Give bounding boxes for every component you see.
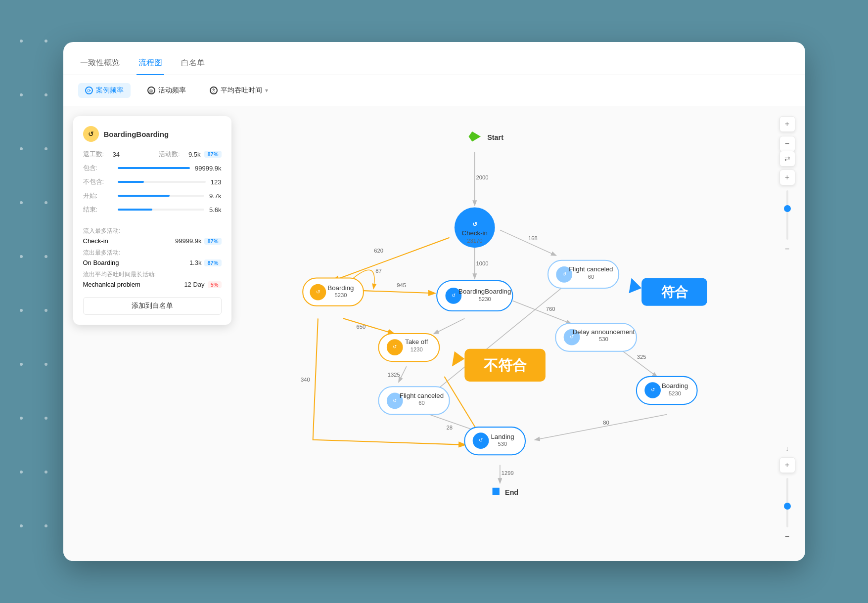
svg-text:Check-in: Check-in [461,229,487,237]
svg-text:28: 28 [446,425,453,431]
panel-icon: ↺ [83,126,99,142]
svg-text:Flight canceled: Flight canceled [399,392,443,399]
panel-row-exclude: 不包含: 123 [83,177,222,186]
svg-text:760: 760 [546,306,555,312]
minus-button-top[interactable]: − [785,245,789,254]
swap-button[interactable]: ⇄ [779,151,795,167]
case-freq-button[interactable]: ⟳ 案例频率 [78,83,131,98]
svg-text:↺: ↺ [451,293,455,298]
zoom-controls: + − [779,116,795,152]
svg-text:87: 87 [375,268,382,274]
add-button-top[interactable]: + [779,170,795,185]
zoom-in-button[interactable]: + [779,116,795,132]
svg-text:Boarding: Boarding [327,284,354,292]
slider-thumb-top[interactable] [784,205,791,212]
panel-row-end: 结束: 5.6k [83,205,222,214]
slider-track-top [786,190,788,240]
svg-text:2000: 2000 [476,174,488,180]
svg-text:↺: ↺ [650,387,654,392]
svg-text:Landing: Landing [491,433,514,440]
svg-text:620: 620 [374,248,383,254]
start-label: Start [487,133,503,141]
panel-row-start: 开始: 9.7k [83,191,222,200]
bufu-arrow [452,351,464,367]
rework-badge: 87% [204,151,221,158]
fuhe-text: 符合 [661,285,688,300]
add-to-whitelist-button[interactable]: 添加到白名单 [83,297,222,315]
max-in-badge: 87% [204,238,221,245]
fuhe-arrow [629,278,641,294]
tabs-bar: 一致性概览 流程图 白名单 [63,42,805,75]
svg-text:↺: ↺ [393,398,397,403]
svg-text:↺: ↺ [393,344,397,349]
svg-text:1230: 1230 [410,346,422,352]
panel-header: ↺ BoardingBoarding [83,126,222,142]
flow-controls: ⇄ + − [779,151,795,254]
avg-badge: 5% [208,281,222,288]
panel-row-include: 包含: 99999.9k [83,164,222,172]
svg-text:530: 530 [498,441,507,447]
svg-text:5230: 5230 [669,390,681,396]
tab-whitelist[interactable]: 白名单 [179,52,207,75]
svg-text:↺: ↺ [479,437,483,443]
svg-text:530: 530 [599,336,608,342]
panel-row-rework: 返工数: 34 活动数: 9.5k 87% [83,150,222,159]
end-label: End [505,488,518,496]
include-progress [118,167,190,169]
main-card: 一致性概览 流程图 白名单 ⟳ 案例频率 ◎ 活动频率 ⏱ 平均吞吐时间 ▾ [63,42,805,561]
avg-label: 流出平均吞吐时间最长活动: [83,270,222,279]
activity-freq-icon: ◎ [147,86,155,94]
exclude-progress [118,181,206,183]
avg-row: Mechanical problem 12 Day 5% [83,281,222,288]
svg-text:Delay announcement: Delay announcement [572,328,635,336]
svg-text:340: 340 [300,377,310,383]
svg-text:5230: 5230 [334,292,347,298]
max-out-badge: 87% [204,259,221,266]
svg-text:Flight canceled: Flight canceled [569,265,613,273]
panel-title: BoardingBoarding [104,130,169,138]
svg-text:325: 325 [637,354,646,360]
zoom-out-button[interactable]: − [779,136,795,152]
svg-text:650: 650 [356,324,365,330]
avg-throughput-button[interactable]: ⏱ 平均吞吐时间 ▾ [203,83,275,98]
slider-thumb-bottom[interactable] [784,503,791,510]
minus-button-bottom[interactable]: − [785,532,789,541]
svg-text:5230: 5230 [478,296,491,302]
svg-text:1325: 1325 [387,372,400,378]
end-progress [118,209,204,211]
svg-text:80: 80 [603,420,609,426]
down-arrow-button[interactable]: ↓ [781,442,793,454]
slider-controls-bottom: ↓ + − [779,442,795,541]
info-panel: ↺ BoardingBoarding 返工数: 34 活动数: 9.5k 87%… [73,116,231,325]
max-in-row: Check-in 99999.9k 87% [83,237,222,245]
svg-text:945: 945 [397,282,406,288]
tab-consistency[interactable]: 一致性概览 [78,52,122,75]
content-area: 2000 1000 168 620 945 650 [63,106,805,561]
bufu-text: 不符合 [483,357,527,373]
svg-text:↺: ↺ [316,289,320,295]
svg-text:23170: 23170 [467,238,482,244]
end-node-icon [492,488,499,495]
svg-text:BoardingBoarding: BoardingBoarding [458,288,511,295]
start-progress [118,195,204,197]
svg-text:1299: 1299 [501,470,513,476]
max-out-label: 流出最多活动: [83,249,222,257]
svg-text:168: 168 [528,235,537,241]
svg-text:1000: 1000 [476,260,488,266]
max-out-row: On Boarding 1.3k 87% [83,259,222,266]
svg-text:Boarding: Boarding [662,382,688,389]
svg-text:↺: ↺ [472,221,477,228]
start-node-icon [468,131,481,141]
avg-throughput-icon: ⏱ [210,86,218,94]
case-freq-icon: ⟳ [85,86,93,94]
add-button-bottom[interactable]: + [779,457,795,473]
svg-text:Take off: Take off [405,338,428,345]
dropdown-arrow: ▾ [265,87,268,94]
slider-track-bottom [786,478,788,527]
svg-text:60: 60 [588,274,594,280]
max-in-label: 流入最多活动: [83,227,222,235]
activity-freq-button[interactable]: ◎ 活动频率 [140,83,193,98]
svg-text:60: 60 [418,400,425,406]
tab-flowchart[interactable]: 流程图 [137,52,164,75]
svg-text:↺: ↺ [562,271,566,277]
